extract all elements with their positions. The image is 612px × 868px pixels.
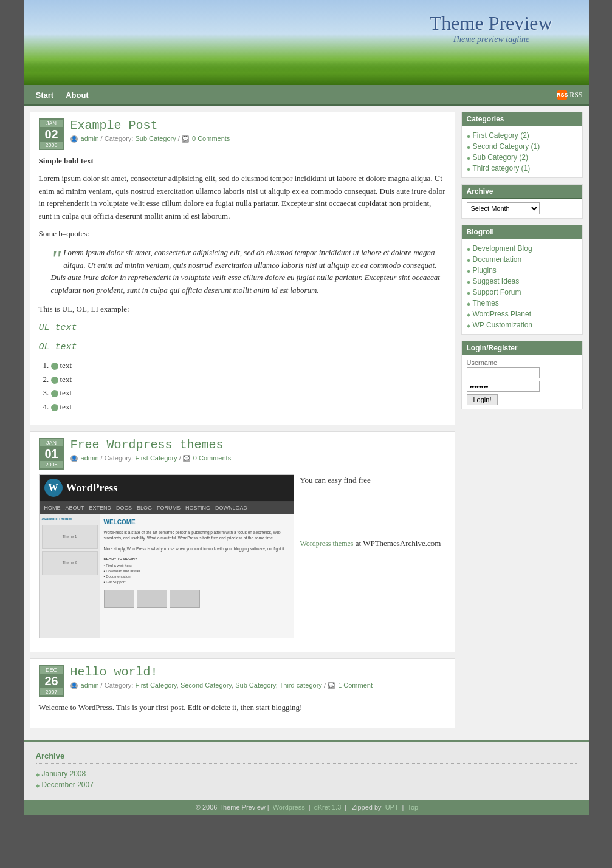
list-item: text bbox=[51, 374, 446, 386]
wp-main-content: Available Themes Theme 1 Theme 2 WELCOME… bbox=[40, 514, 294, 638]
footer-top-link[interactable]: Top bbox=[407, 804, 418, 811]
site-footer: © 2006 Theme Preview | Wordpress | dKret… bbox=[24, 800, 589, 815]
ol-text: OL text bbox=[39, 340, 446, 355]
post-month: JAN bbox=[40, 120, 63, 127]
post-meta: 👤 admin / Category: First Category, Seco… bbox=[70, 682, 373, 689]
wp-more-text: More simply, WordPress is what you use w… bbox=[104, 546, 290, 552]
archive-link[interactable]: December 2007 bbox=[42, 781, 94, 789]
post-title-link[interactable]: Example Post bbox=[70, 118, 158, 132]
post-header: JAN 01 2008 Free Wordpress themes 👤 admi… bbox=[39, 438, 446, 470]
list-item: WP Customization bbox=[467, 320, 577, 330]
main-content: JAN 02 2008 Example Post 👤 admin / Categ… bbox=[30, 112, 455, 734]
post-date: JAN 02 2008 bbox=[39, 118, 64, 150]
wordpress-themes-link[interactable]: Wordpress themes bbox=[300, 539, 354, 548]
categories-title: Categories bbox=[462, 112, 582, 126]
list-item: Sub Category (2) bbox=[467, 152, 577, 163]
post-title-link[interactable]: Free Wordpress themes bbox=[70, 438, 224, 452]
post-content: Simple bold text Lorem ipsum dolor sit a… bbox=[39, 155, 446, 414]
footer-archive-title: Archive bbox=[36, 751, 577, 764]
list-item: December 2007 bbox=[36, 779, 577, 790]
post-content: Welcome to WordPress. This is your first… bbox=[39, 702, 446, 714]
archive-link[interactable]: January 2008 bbox=[42, 770, 86, 778]
blogroll-title: Blogroll bbox=[462, 225, 582, 239]
post-comments[interactable]: 0 Comments bbox=[192, 135, 230, 142]
link-suffix: at WPThemesArchive.com bbox=[354, 539, 441, 548]
list-item: Development Blog bbox=[467, 243, 577, 254]
post-category[interactable]: First Category bbox=[135, 454, 177, 462]
category-link[interactable]: Second Category (1) bbox=[473, 142, 540, 151]
footer-upt-link[interactable]: UPT bbox=[385, 804, 399, 811]
sidebar-archive: Archive Select Month January 2008 Decemb… bbox=[461, 184, 583, 219]
list-item: Plugins bbox=[467, 265, 577, 276]
post-title-link[interactable]: Hello world! bbox=[70, 665, 158, 679]
wp-theme-images bbox=[104, 590, 290, 608]
wp-description: WordPress is a state-of-the-art semantic… bbox=[104, 530, 290, 541]
password-input[interactable] bbox=[467, 381, 540, 392]
post-category-4[interactable]: Third category bbox=[280, 682, 322, 689]
blogroll-link[interactable]: Plugins bbox=[473, 266, 497, 275]
nav-item-about[interactable]: About bbox=[60, 91, 95, 100]
rss-label: RSS bbox=[569, 91, 582, 100]
post-category-2[interactable]: Second Category bbox=[181, 682, 232, 689]
li-icon bbox=[51, 363, 58, 370]
blogroll-link[interactable]: Development Blog bbox=[473, 244, 532, 253]
post-author[interactable]: admin bbox=[81, 454, 99, 462]
category-link[interactable]: First Category (2) bbox=[473, 131, 529, 140]
comment-icon: 💬 bbox=[182, 135, 189, 143]
blogroll-link[interactable]: Support Forum bbox=[473, 288, 521, 296]
user-icon: 👤 bbox=[70, 455, 78, 462]
login-title: Login/Register bbox=[462, 341, 582, 355]
post-comments[interactable]: 0 Comments bbox=[193, 454, 231, 462]
post-hello-world: DEC 26 2007 Hello world! 👤 admin / Categ… bbox=[30, 658, 455, 728]
post-comments[interactable]: 1 Comment bbox=[338, 682, 373, 689]
comment-icon: 💬 bbox=[183, 455, 190, 462]
category-link[interactable]: Third category (1) bbox=[473, 164, 531, 173]
nav-rss[interactable]: RSS RSS bbox=[557, 90, 582, 100]
list-item: January 2008 bbox=[36, 768, 577, 779]
blogroll-link[interactable]: Suggest Ideas bbox=[473, 277, 520, 285]
category-prefix: Category: bbox=[105, 135, 134, 142]
wp-ready-links: READY TO BEGIN? • Find a web host • Down… bbox=[104, 556, 290, 585]
post-author[interactable]: admin bbox=[81, 682, 99, 689]
archive-title: Archive bbox=[462, 185, 582, 199]
li-icon bbox=[51, 404, 58, 411]
footer-copyright: © 2006 Theme Preview | bbox=[196, 804, 269, 811]
list-item: Support Forum bbox=[467, 287, 577, 298]
blockquote-mark: " bbox=[51, 247, 61, 271]
wp-circle-logo: W bbox=[44, 479, 63, 497]
username-label: Username bbox=[467, 359, 577, 366]
post-day: 01 bbox=[40, 446, 63, 461]
post-header: JAN 02 2008 Example Post 👤 admin / Categ… bbox=[39, 118, 446, 150]
comment-icon: 💬 bbox=[328, 682, 335, 689]
wordpress-screenshot: W WordPress HOME ABOUT EXTEND DOCS BLOG … bbox=[39, 474, 294, 638]
user-icon: 👤 bbox=[70, 682, 78, 689]
wp-welcome: WELCOME bbox=[104, 518, 290, 527]
blogroll-link[interactable]: WP Customization bbox=[473, 321, 532, 329]
post-title-area: Free Wordpress themes 👤 admin / Category… bbox=[70, 438, 232, 467]
list-item: text bbox=[51, 387, 446, 400]
username-input[interactable] bbox=[467, 367, 540, 378]
site-tagline: Theme preview tagline bbox=[430, 35, 552, 44]
blogroll-link[interactable]: Themes bbox=[473, 299, 499, 307]
list-item: First Category (2) bbox=[467, 130, 577, 141]
post-category[interactable]: Sub Category bbox=[135, 135, 176, 142]
post-author[interactable]: admin bbox=[81, 135, 99, 142]
category-link[interactable]: Sub Category (2) bbox=[473, 153, 528, 162]
post-category-3[interactable]: Sub Category bbox=[235, 682, 275, 689]
archive-select[interactable]: Select Month January 2008 December 2007 bbox=[467, 202, 540, 214]
login-button[interactable]: Login! bbox=[467, 394, 498, 405]
archive-content: Select Month January 2008 December 2007 bbox=[462, 199, 582, 218]
post-header: DEC 26 2007 Hello world! 👤 admin / Categ… bbox=[39, 665, 446, 697]
footer-archive: Archive January 2008 December 2007 bbox=[24, 740, 589, 800]
nav-item-start[interactable]: Start bbox=[30, 91, 60, 100]
footer-zipped-by: Zipped by bbox=[352, 804, 381, 811]
list-item: Suggest Ideas bbox=[467, 276, 577, 287]
post-categories[interactable]: First Category bbox=[135, 682, 176, 689]
footer-theme-link[interactable]: dKret 1.3 bbox=[314, 804, 342, 811]
login-content: Username Login! bbox=[462, 355, 582, 409]
blogroll-link[interactable]: WordPress Planet bbox=[473, 310, 532, 318]
footer-wordpress-link[interactable]: Wordpress bbox=[273, 804, 305, 811]
list-item: text bbox=[51, 360, 446, 372]
post-day: 02 bbox=[40, 127, 63, 142]
blogroll-link[interactable]: Documentation bbox=[473, 255, 522, 264]
